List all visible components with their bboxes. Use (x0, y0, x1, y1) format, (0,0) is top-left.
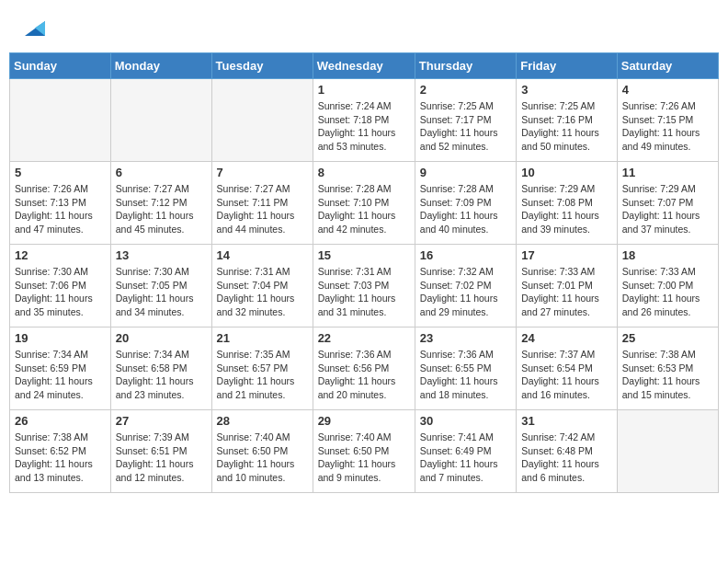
day-number: 23 (420, 331, 511, 345)
day-info: Sunrise: 7:37 AMSunset: 6:54 PMDaylight:… (521, 348, 612, 402)
day-info: Sunrise: 7:32 AMSunset: 7:02 PMDaylight:… (420, 265, 511, 319)
calendar-day-cell: 17Sunrise: 7:33 AMSunset: 7:01 PMDayligh… (517, 245, 618, 327)
calendar-week-row: 26Sunrise: 7:38 AMSunset: 6:52 PMDayligh… (10, 410, 719, 493)
day-info: Sunrise: 7:26 AMSunset: 7:15 PMDaylight:… (622, 99, 713, 154)
day-number: 19 (15, 331, 106, 345)
day-number: 25 (622, 331, 713, 345)
day-number: 21 (217, 331, 308, 345)
day-number: 18 (622, 248, 713, 262)
calendar-day-cell: 1Sunrise: 7:24 AMSunset: 7:18 PMDaylight… (313, 79, 415, 162)
day-info: Sunrise: 7:26 AMSunset: 7:13 PMDaylight:… (15, 182, 106, 236)
day-number: 5 (15, 166, 106, 179)
calendar-day-cell: 2Sunrise: 7:25 AMSunset: 7:17 PMDaylight… (415, 79, 516, 162)
day-info: Sunrise: 7:30 AMSunset: 7:05 PMDaylight:… (116, 265, 207, 319)
calendar-day-cell: 22Sunrise: 7:36 AMSunset: 6:56 PMDayligh… (313, 327, 415, 410)
day-number: 24 (521, 331, 612, 345)
day-info: Sunrise: 7:34 AMSunset: 6:58 PMDaylight:… (116, 348, 207, 402)
day-number: 16 (420, 248, 511, 262)
calendar-day-cell: 24Sunrise: 7:37 AMSunset: 6:54 PMDayligh… (517, 327, 618, 410)
day-number: 11 (622, 166, 713, 179)
day-info: Sunrise: 7:29 AMSunset: 7:08 PMDaylight:… (521, 182, 612, 236)
day-info: Sunrise: 7:40 AMSunset: 6:50 PMDaylight:… (217, 431, 308, 485)
calendar-day-cell: 18Sunrise: 7:33 AMSunset: 7:00 PMDayligh… (617, 245, 718, 327)
logo (23, 18, 45, 43)
calendar-day-cell: 27Sunrise: 7:39 AMSunset: 6:51 PMDayligh… (110, 410, 211, 493)
calendar-day-cell: 14Sunrise: 7:31 AMSunset: 7:04 PMDayligh… (211, 245, 313, 327)
day-number: 3 (521, 83, 612, 97)
day-info: Sunrise: 7:31 AMSunset: 7:04 PMDaylight:… (217, 265, 308, 319)
logo-text (23, 18, 45, 43)
day-number: 15 (318, 248, 410, 262)
calendar-day-cell: 21Sunrise: 7:35 AMSunset: 6:57 PMDayligh… (211, 327, 313, 410)
day-info: Sunrise: 7:25 AMSunset: 7:16 PMDaylight:… (521, 99, 612, 154)
day-of-week-header: Tuesday (211, 53, 313, 79)
day-info: Sunrise: 7:28 AMSunset: 7:09 PMDaylight:… (420, 182, 511, 236)
calendar-day-cell: 16Sunrise: 7:32 AMSunset: 7:02 PMDayligh… (415, 245, 516, 327)
day-number: 1 (318, 83, 410, 97)
day-info: Sunrise: 7:39 AMSunset: 6:51 PMDaylight:… (116, 431, 207, 485)
calendar-day-cell: 13Sunrise: 7:30 AMSunset: 7:05 PMDayligh… (110, 245, 211, 327)
day-number: 9 (420, 166, 511, 179)
calendar-day-cell: 29Sunrise: 7:40 AMSunset: 6:50 PMDayligh… (313, 410, 415, 493)
calendar-day-cell: 31Sunrise: 7:42 AMSunset: 6:48 PMDayligh… (517, 410, 618, 493)
calendar-day-cell: 6Sunrise: 7:27 AMSunset: 7:12 PMDaylight… (110, 162, 211, 245)
day-number: 20 (116, 331, 207, 345)
day-info: Sunrise: 7:36 AMSunset: 6:56 PMDaylight:… (318, 348, 410, 402)
day-number: 12 (15, 248, 106, 262)
calendar-day-cell: 15Sunrise: 7:31 AMSunset: 7:03 PMDayligh… (313, 245, 415, 327)
calendar-day-cell: 3Sunrise: 7:25 AMSunset: 7:16 PMDaylight… (517, 79, 618, 162)
day-info: Sunrise: 7:33 AMSunset: 7:00 PMDaylight:… (622, 265, 713, 319)
day-of-week-header: Monday (110, 53, 211, 79)
calendar-day-cell (617, 410, 718, 493)
calendar-day-cell: 7Sunrise: 7:27 AMSunset: 7:11 PMDaylight… (211, 162, 313, 245)
day-info: Sunrise: 7:27 AMSunset: 7:12 PMDaylight:… (116, 182, 207, 236)
calendar-table: SundayMondayTuesdayWednesdayThursdayFrid… (9, 52, 719, 493)
calendar-day-cell: 20Sunrise: 7:34 AMSunset: 6:58 PMDayligh… (110, 327, 211, 410)
page-header (9, 9, 719, 48)
day-info: Sunrise: 7:42 AMSunset: 6:48 PMDaylight:… (521, 431, 612, 485)
day-info: Sunrise: 7:25 AMSunset: 7:17 PMDaylight:… (420, 99, 511, 154)
calendar-day-cell: 30Sunrise: 7:41 AMSunset: 6:49 PMDayligh… (415, 410, 516, 493)
day-info: Sunrise: 7:28 AMSunset: 7:10 PMDaylight:… (318, 182, 410, 236)
day-info: Sunrise: 7:27 AMSunset: 7:11 PMDaylight:… (217, 182, 308, 236)
day-number: 7 (217, 166, 308, 179)
calendar-day-cell (211, 79, 313, 162)
day-info: Sunrise: 7:41 AMSunset: 6:49 PMDaylight:… (420, 431, 511, 485)
day-number: 2 (420, 83, 511, 97)
day-number: 8 (318, 166, 410, 179)
day-of-week-header: Sunday (10, 53, 111, 79)
day-number: 28 (217, 414, 308, 428)
day-info: Sunrise: 7:33 AMSunset: 7:01 PMDaylight:… (521, 265, 612, 319)
calendar-day-cell: 9Sunrise: 7:28 AMSunset: 7:09 PMDaylight… (415, 162, 516, 245)
calendar-day-cell (10, 79, 111, 162)
calendar-day-cell: 25Sunrise: 7:38 AMSunset: 6:53 PMDayligh… (617, 327, 718, 410)
calendar-week-row: 1Sunrise: 7:24 AMSunset: 7:18 PMDaylight… (10, 79, 719, 162)
day-number: 31 (521, 414, 612, 428)
day-info: Sunrise: 7:36 AMSunset: 6:55 PMDaylight:… (420, 348, 511, 402)
calendar-day-cell: 5Sunrise: 7:26 AMSunset: 7:13 PMDaylight… (10, 162, 111, 245)
calendar-header-row: SundayMondayTuesdayWednesdayThursdayFrid… (10, 53, 719, 79)
logo-icon (25, 18, 45, 39)
calendar-day-cell: 23Sunrise: 7:36 AMSunset: 6:55 PMDayligh… (415, 327, 516, 410)
day-info: Sunrise: 7:30 AMSunset: 7:06 PMDaylight:… (15, 265, 106, 319)
calendar-day-cell: 4Sunrise: 7:26 AMSunset: 7:15 PMDaylight… (617, 79, 718, 162)
day-number: 26 (15, 414, 106, 428)
day-of-week-header: Friday (517, 53, 618, 79)
calendar-day-cell: 26Sunrise: 7:38 AMSunset: 6:52 PMDayligh… (10, 410, 111, 493)
calendar-week-row: 19Sunrise: 7:34 AMSunset: 6:59 PMDayligh… (10, 327, 719, 410)
day-number: 6 (116, 166, 207, 179)
calendar-day-cell: 12Sunrise: 7:30 AMSunset: 7:06 PMDayligh… (10, 245, 111, 327)
day-info: Sunrise: 7:31 AMSunset: 7:03 PMDaylight:… (318, 265, 410, 319)
day-number: 4 (622, 83, 713, 97)
day-number: 17 (521, 248, 612, 262)
day-number: 13 (116, 248, 207, 262)
calendar-week-row: 12Sunrise: 7:30 AMSunset: 7:06 PMDayligh… (10, 245, 719, 327)
day-number: 27 (116, 414, 207, 428)
calendar-week-row: 5Sunrise: 7:26 AMSunset: 7:13 PMDaylight… (10, 162, 719, 245)
day-number: 14 (217, 248, 308, 262)
day-number: 22 (318, 331, 410, 345)
day-of-week-header: Thursday (415, 53, 516, 79)
day-number: 10 (521, 166, 612, 179)
calendar-day-cell (110, 79, 211, 162)
day-number: 30 (420, 414, 511, 428)
